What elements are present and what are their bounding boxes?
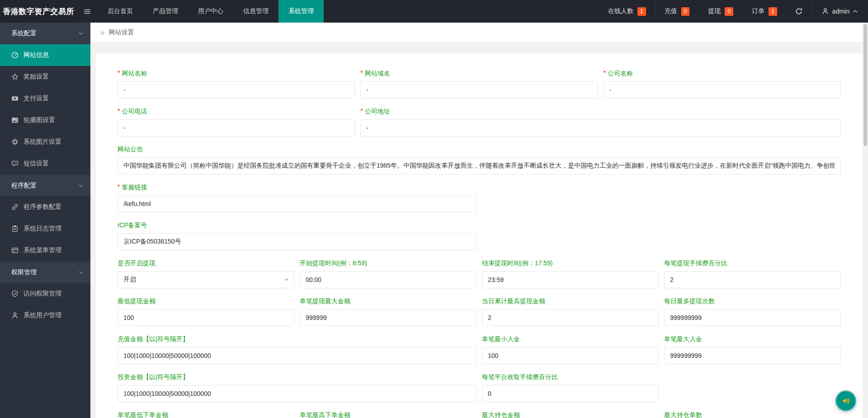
form-field: 网站公告 [118,146,841,174]
form-field: 单笔提现最大金额 [300,297,476,326]
form-field: *网站域名 [360,70,598,99]
carousel-icon [11,117,19,124]
refresh-icon [795,8,802,15]
site-domain-input[interactable] [360,81,598,99]
field-label: ICP备案号 [118,221,476,230]
scrollbar-thumb[interactable] [863,24,867,146]
tab-information[interactable]: 信息管理 [233,0,278,23]
form-field: 最大持仓单数 [664,411,841,418]
company-address-input[interactable] [360,119,841,136]
stat-withdraw[interactable]: 提现 0 [698,0,742,23]
invest-amounts-input[interactable] [118,385,476,402]
field-label: 单笔提现最大金额 [300,297,476,305]
params-icon [11,203,19,211]
form-field: 单笔最大入金 [664,335,841,364]
sidebar-toggle-button[interactable] [77,0,98,23]
icp-number-input[interactable] [118,233,476,250]
tab-products[interactable]: 产品管理 [143,0,188,23]
sidebar-item-system-users[interactable]: 系统用户管理 [0,305,90,326]
field-label: 最大持仓金额 [482,411,659,418]
site-announcement-input[interactable] [118,157,841,174]
site-name-input[interactable] [118,81,355,99]
sidebar: 系统配置 网站信息 奖励设置 支付设置 轮播图设置 系统图片设置 短信设置 程序… [0,23,90,418]
sidebar-item-system-menus[interactable]: 系统菜单管理 [0,240,90,261]
system-image-icon [11,138,19,146]
sidebar-item-access-permissions[interactable]: 访问权限管理 [0,283,90,305]
settings-form-card: *网站名称 *网站域名 *公司名称 *公司电话 *公司地址 [96,53,863,418]
chevron-down-icon [78,31,84,36]
stat-online-users[interactable]: 在线人数 1 [599,0,655,23]
form-field: 最低提现金额 [118,297,294,326]
user-icon [822,8,829,15]
withdraw-enable-select[interactable]: 开启 [118,271,294,288]
field-label: *公司电话 [118,108,355,116]
daily-max-withdraw-input[interactable] [482,309,659,326]
withdraw-count-badge: 0 [725,7,733,16]
form-field: 结束提现时间(例：17:59) [482,259,659,288]
required-asterisk: * [360,107,363,114]
form-field: 单笔最高下单金额 [300,411,476,418]
sidebar-item-site-info[interactable]: 网站信息 [0,44,90,66]
required-asterisk: * [118,69,120,76]
sidebar-item-carousel-settings[interactable]: 轮播图设置 [0,109,90,131]
sidebar-item-program-params[interactable]: 程序参数配置 [0,196,90,218]
sidebar-section-permissions[interactable]: 权限管理 [0,261,90,283]
recharge-amounts-input[interactable] [118,347,476,364]
online-count-badge: 1 [637,7,646,16]
website-info-icon [11,52,19,59]
select-value: 开启 [123,276,136,284]
field-label: 最大持仓单数 [664,411,841,418]
field-label: *公司地址 [360,108,841,116]
min-single-deposit-input[interactable] [482,347,659,364]
chevron-down-icon [78,183,84,188]
form-field: 单笔最小入金 [482,335,659,364]
field-label: 投资金额【以|符号隔开】 [118,373,476,381]
tab-system[interactable]: 系统管理 [278,0,324,23]
max-single-withdraw-input[interactable] [300,309,476,326]
field-label: 最低提现金额 [118,297,294,305]
stat-recharge[interactable]: 充值 0 [655,0,699,23]
field-label: 结束提现时间(例：17:59) [482,259,659,268]
sidebar-item-system-logs[interactable]: 系统日志管理 [0,218,90,240]
tab-users[interactable]: 用户中心 [188,0,233,23]
order-count-badge: 1 [769,7,777,16]
speaker-icon [841,396,851,406]
form-field: 单笔最低下单金额 [118,411,294,418]
sidebar-item-sms-settings[interactable]: 短信设置 [0,153,90,174]
withdraw-end-time-input[interactable] [482,271,659,288]
refresh-button[interactable] [786,0,811,23]
platform-fee-percent-input[interactable] [482,385,659,402]
user-menu[interactable]: admin [811,0,868,23]
form-field: 每笔平台收取手续费百分比 [482,373,659,402]
max-single-deposit-input[interactable] [664,347,841,364]
sidebar-item-system-images[interactable]: 系统图片设置 [0,131,90,153]
daily-withdraw-count-input[interactable] [664,309,841,326]
field-label: 每日最多提现次数 [664,297,841,305]
sidebar-item-reward-settings[interactable]: 奖励设置 [0,66,90,88]
form-field: 是否开启提现 开启 [118,259,294,288]
service-link-input[interactable] [118,195,476,212]
sidebar-section-system-config[interactable]: 系统配置 [0,23,90,44]
form-row: 是否开启提现 开启 开始提现时间(例：8:59) 结束提现时间(例：17:59)… [118,259,841,288]
form-field: *网站名称 [118,70,355,99]
form-field: 投资金额【以|符号隔开】 [118,373,476,402]
withdraw-fee-percent-input[interactable] [664,271,841,288]
page-scrollbar [863,23,868,418]
tab-dashboard[interactable]: 后台首页 [98,0,143,23]
company-phone-input[interactable] [118,119,355,136]
min-withdraw-amount-input[interactable] [118,309,294,326]
field-label: 每笔平台收取手续费百分比 [482,373,659,381]
header-right: 在线人数 1 充值 0 提现 0 订单 1 admin [599,0,868,23]
sidebar-item-payment-settings[interactable]: 支付设置 [0,88,90,109]
access-icon [11,290,19,297]
withdraw-start-time-input[interactable] [300,271,476,288]
announcement-float-button[interactable] [835,390,856,411]
stat-orders[interactable]: 订单 1 [742,0,786,23]
sidebar-section-program-config[interactable]: 程序配置 [0,174,90,196]
form-row: *网站名称 *网站域名 *公司名称 [118,70,841,99]
top-header: 香港数字资产交易所 后台首页 产品管理 用户中心 信息管理 系统管理 在线人数 … [0,0,868,23]
required-asterisk: * [118,183,120,190]
main-content: » 网站设置 *网站名称 *网站域名 *公司名称 *公司电话 *公 [90,23,868,418]
field-label: 单笔最低下单金额 [118,411,294,418]
company-name-input[interactable] [604,81,841,99]
